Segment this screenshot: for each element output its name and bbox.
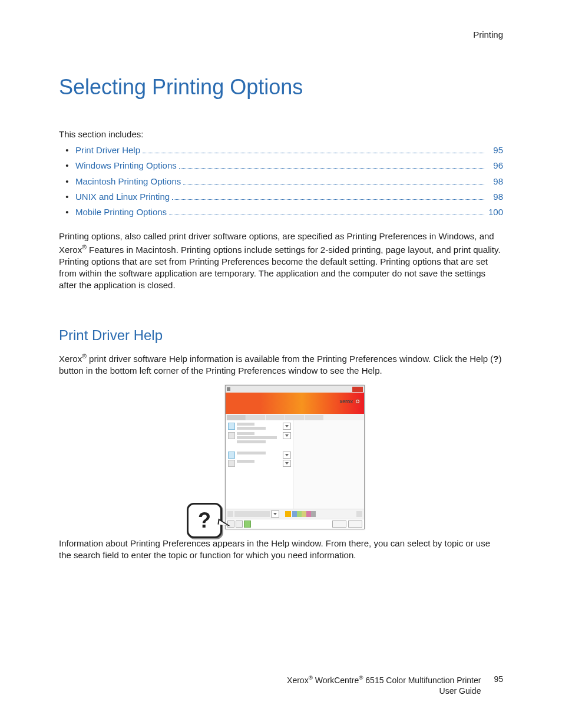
toc-page: 96 (487, 158, 503, 173)
logo-text: xerox (339, 398, 353, 404)
registered-mark: ® (309, 674, 313, 681)
color-swatches (292, 511, 316, 517)
option-icon (228, 423, 235, 430)
registered-mark: ® (82, 243, 87, 251)
dialog-footer-row-1 (226, 509, 364, 519)
toc-link-print-driver-help[interactable]: Print Driver Help (75, 143, 140, 158)
text: Xerox (59, 354, 82, 364)
dialog-preview-panel (293, 420, 364, 509)
footer-square-icon (244, 521, 251, 528)
help-paragraph-1: Xerox® print driver software Help inform… (59, 352, 503, 377)
header-section: Printing (59, 29, 503, 39)
bullet-icon: • (59, 174, 75, 189)
text: 6515 Color Multifunction Printer (363, 676, 481, 685)
toc-link-macintosh-printing-options[interactable]: Macintosh Printing Options (75, 174, 181, 189)
help-button-callout: ? (187, 503, 222, 538)
help-paragraph-2: Information about Printing Preferences a… (59, 538, 503, 562)
toc-leader (169, 214, 484, 215)
dropdown-icon (283, 460, 291, 467)
toc-item: • Windows Printing Options 96 (59, 158, 503, 173)
xerox-logo: xerox (339, 398, 361, 404)
footer-chip (234, 511, 270, 517)
question-mark-icon: ? (198, 508, 211, 533)
dialog-screenshot: xerox (59, 385, 503, 529)
dropdown-icon (283, 452, 291, 459)
dialog-tab (227, 415, 246, 420)
dialog-tab (266, 415, 285, 420)
toc-page: 98 (487, 174, 503, 189)
toc-item: • UNIX and Linux Printing 98 (59, 189, 503, 205)
toc-leader (143, 152, 484, 153)
registered-mark: ® (82, 353, 87, 360)
text: Features in Macintosh. Printing options … (59, 245, 501, 291)
toc-item: • Mobile Printing Options 100 (59, 205, 503, 220)
overview-paragraph: Printing options, also called print driv… (59, 230, 503, 291)
dialog-body (226, 420, 364, 509)
dialog-button (332, 521, 346, 528)
printing-preferences-dialog: xerox (225, 385, 365, 529)
text: Xerox (287, 676, 309, 685)
toc-link-unix-linux-printing[interactable]: UNIX and Linux Printing (75, 189, 170, 205)
dropdown-icon (283, 423, 291, 430)
toc-link-mobile-printing-options[interactable]: Mobile Printing Options (75, 205, 167, 220)
option-icon (228, 452, 235, 459)
toc-page: 95 (487, 143, 503, 158)
toc-leader (172, 199, 484, 200)
dialog-options-panel (226, 420, 293, 509)
dialog-tab (246, 415, 265, 420)
dropdown-icon (271, 510, 279, 518)
page-footer: Xerox® WorkCentre® 6515 Color Multifunct… (59, 674, 503, 696)
option-icon (228, 432, 235, 439)
section-intro: This section includes: (59, 129, 503, 139)
footer-chip (227, 511, 233, 517)
toc-leader (179, 167, 484, 169)
option-icon (228, 460, 235, 467)
bullet-icon: • (59, 205, 75, 220)
logo-ball-icon (355, 398, 361, 404)
toc-list: • Print Driver Help 95 • Windows Printin… (59, 143, 503, 220)
dialog-banner: xerox (226, 393, 364, 414)
bullet-icon: • (59, 189, 75, 205)
text: WorkCentre (313, 676, 359, 685)
footer-chip (356, 511, 362, 517)
text: print driver software Help information i… (87, 354, 493, 364)
close-icon (352, 387, 363, 392)
dialog-tabs (226, 414, 364, 420)
dialog-tab (285, 415, 304, 420)
dialog-titlebar (226, 386, 364, 393)
text: User Guide (439, 686, 481, 696)
bullet-icon: • (59, 158, 75, 173)
footer-square-icon (236, 521, 243, 528)
toc-page: 98 (487, 189, 503, 205)
page-title: Selecting Printing Options (59, 75, 503, 100)
toc-item: • Macintosh Printing Options 98 (59, 174, 503, 189)
toc-item: • Print Driver Help 95 (59, 143, 503, 158)
page-number: 95 (494, 674, 503, 684)
dialog-footer-row-2 (226, 519, 364, 529)
bullet-icon: • (59, 143, 75, 158)
toc-leader (183, 183, 484, 185)
warning-icon (285, 511, 291, 517)
window-icon (227, 387, 230, 391)
footer-text: Xerox® WorkCentre® 6515 Color Multifunct… (287, 674, 481, 696)
subheading-print-driver-help: Print Driver Help (59, 327, 503, 344)
toc-page: 100 (487, 205, 503, 220)
dialog-tab (305, 415, 323, 420)
dialog-button (348, 521, 362, 528)
dropdown-icon (283, 432, 291, 439)
toc-link-windows-printing-options[interactable]: Windows Printing Options (75, 158, 177, 173)
